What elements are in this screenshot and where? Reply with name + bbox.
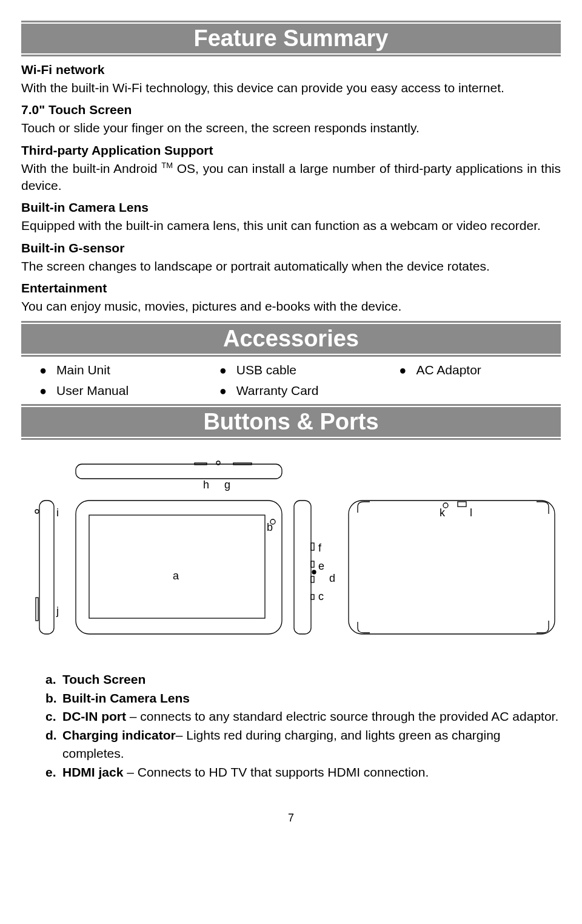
feature-wifi-title: Wi-Fi network [21, 62, 561, 77]
svg-rect-12 [311, 561, 314, 567]
accessory-row-1: ●Main Unit ●USB cable ●AC Adaptor [21, 363, 561, 377]
svg-rect-7 [76, 501, 282, 634]
feature-touch-title: 7.0" Touch Screen [21, 103, 561, 117]
svg-point-5 [35, 510, 39, 513]
svg-rect-6 [36, 598, 38, 621]
svg-rect-4 [39, 501, 54, 634]
label-f: f [318, 542, 322, 554]
svg-rect-18 [458, 502, 466, 507]
port-b: b. Built-in Camera Lens [45, 689, 561, 707]
accessory-warranty-card: ●Warranty Card [201, 383, 381, 398]
label-i: i [56, 507, 59, 519]
svg-rect-11 [311, 543, 314, 550]
feature-entertainment-body: You can enjoy music, movies, pictures an… [21, 298, 561, 315]
label-l: l [470, 507, 472, 519]
feature-thirdparty-title: Third-party Application Support [21, 143, 561, 158]
accessory-ac-adaptor: ●AC Adaptor [381, 363, 561, 377]
heading-buttons-ports: Buttons & Ports [21, 404, 561, 440]
svg-rect-8 [89, 515, 265, 618]
label-e: e [318, 560, 324, 572]
label-c: c [318, 590, 324, 602]
device-diagram: h g i j a b f e d c k l [21, 458, 561, 658]
thirdparty-pre: With the built-in Android [21, 161, 157, 175]
feature-camera-body: Equipped with the built-in camera lens, … [21, 217, 561, 234]
feature-touch-body: Touch or slide your finger on the screen… [21, 120, 561, 137]
accessory-user-manual: ●User Manual [21, 383, 201, 398]
feature-entertainment-title: Entertainment [21, 281, 561, 295]
feature-thirdparty-body: With the built-in Android TM OS, you can… [21, 160, 561, 195]
svg-rect-10 [294, 501, 311, 634]
label-b: b [267, 521, 273, 533]
svg-rect-0 [76, 464, 282, 479]
accessory-main-unit: ●Main Unit [21, 363, 201, 377]
label-h: h [203, 479, 209, 491]
tm-mark: TM [161, 161, 173, 170]
port-d: d. Charging indicator– Lights red during… [45, 726, 561, 763]
feature-camera-title: Built-in Camera Lens [21, 200, 561, 215]
svg-point-14 [312, 570, 316, 574]
heading-feature-summary: Feature Summary [21, 21, 561, 56]
label-g: g [224, 479, 230, 491]
svg-rect-13 [311, 576, 314, 582]
heading-accessories: Accessories [21, 321, 561, 357]
accessory-usb-cable: ●USB cable [201, 363, 381, 377]
label-j: j [56, 605, 59, 617]
port-e: e. HDMI jack – Connects to HD TV that su… [45, 763, 561, 781]
ports-list: a. Touch Screen b. Built-in Camera Lens … [45, 670, 561, 781]
accessory-row-2: ●User Manual ●Warranty Card [21, 383, 561, 398]
page-number: 7 [21, 812, 561, 825]
label-a: a [173, 570, 179, 582]
port-a: a. Touch Screen [45, 670, 561, 689]
label-d: d [329, 572, 335, 584]
port-c: c. DC-IN port – connects to any standard… [45, 707, 561, 726]
svg-rect-15 [311, 595, 314, 599]
feature-gsensor-body: The screen changes to landscape or portr… [21, 258, 561, 275]
svg-rect-16 [349, 501, 555, 634]
feature-gsensor-title: Built-in G-sensor [21, 241, 561, 255]
feature-wifi-body: With the built-in Wi-Fi technology, this… [21, 79, 561, 96]
label-k: k [440, 507, 446, 519]
